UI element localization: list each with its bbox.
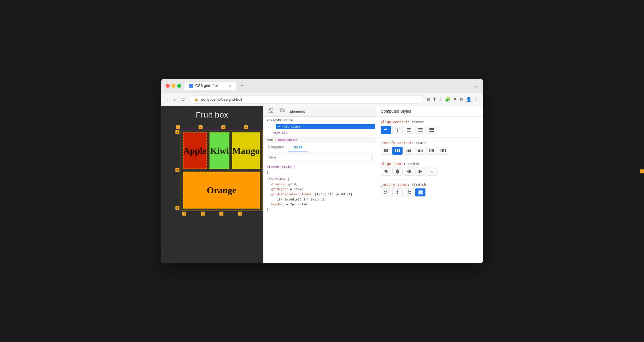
align-items-btn-1[interactable] [392, 168, 403, 176]
display-prop: display: grid; [267, 182, 373, 187]
svg-rect-60 [409, 193, 411, 194]
justify-content-btn-2[interactable] [404, 147, 414, 155]
tab-styles[interactable]: Styles [288, 143, 307, 152]
svg-rect-20 [385, 149, 387, 152]
fruit-box-title: Fruit box [170, 110, 255, 120]
reload-button[interactable]: ↻ [180, 96, 186, 103]
breadcrumb-body[interactable]: body.dark-mo… [278, 138, 300, 142]
justify-items-btn-0[interactable] [381, 188, 391, 196]
element-p-line[interactable]: <p><p>Fruit bo [263, 118, 376, 123]
col-num-1: 1 [176, 125, 180, 129]
forward-button[interactable]: › [173, 96, 177, 103]
maximize-button[interactable] [177, 84, 181, 88]
justify-items-label: justify-items: stretch [381, 183, 479, 187]
devtools-panel: Elements <p><p>Fruit bo ··· ▼ <div class… [263, 106, 376, 263]
svg-rect-5 [384, 129, 387, 130]
webpage-content: Fruit box 1 2 3 4 1 2 3 [161, 106, 263, 220]
justify-items-value: stretch [412, 183, 426, 187]
justify-content-btn-5[interactable] [438, 147, 448, 155]
orange-label: Orange [207, 185, 236, 196]
window-chevron: ⌄ [474, 83, 479, 89]
extension-icon[interactable]: 🧩 [445, 97, 451, 102]
back-button[interactable]: ‹ [166, 96, 169, 103]
mango-cell: Mango [232, 132, 260, 169]
svg-rect-40 [445, 149, 446, 152]
address-input[interactable]: 🔒 jec.fyi/demo/css-grid-fruit [189, 95, 423, 104]
align-content-btn-0[interactable] [381, 126, 391, 134]
svg-rect-22 [395, 149, 396, 152]
traffic-lights [166, 84, 181, 88]
svg-rect-26 [408, 150, 409, 152]
left-row-numbers: 1 2 3 [175, 130, 179, 210]
svg-rect-31 [421, 150, 421, 152]
desktop-icon[interactable]: 🖥 [459, 97, 464, 102]
style-rule-element: element.style { } [263, 164, 376, 176]
row-num-3: 3 [175, 206, 179, 210]
justify-content-btn-0[interactable] [381, 147, 391, 155]
align-content-btn-4[interactable] [427, 126, 437, 134]
justify-items-btn-2[interactable] [404, 188, 414, 196]
svg-rect-43 [386, 170, 387, 173]
apple-label: Apple [183, 146, 207, 156]
svg-rect-11 [407, 130, 410, 130]
fruit-box-close: } [267, 208, 269, 211]
col-num-2: 2 [199, 125, 203, 129]
address-right-icons: ⊕ ⬆ ☆ 🧩 ⚑ 🖥 👤 ⋮ [427, 97, 479, 102]
align-content-btn-3[interactable] [415, 126, 425, 134]
svg-rect-19 [384, 149, 385, 152]
computed-styles-panel: Computed Styles align-content: center [376, 106, 483, 263]
bookmark-icon[interactable]: ☆ [439, 97, 443, 102]
svg-rect-52 [421, 171, 422, 172]
svg-rect-24 [399, 149, 400, 152]
border-prop: border: ▶ 2px solid; [267, 202, 373, 207]
tab-bar: CSS grid- fruit × + [185, 81, 471, 90]
grid-gap-prop: grid-gap: ▶ 10px; [267, 187, 373, 192]
align-items-buttons: A [381, 168, 479, 176]
devtools-toolbar: Elements [263, 106, 376, 117]
tab-close-button[interactable]: × [229, 83, 231, 88]
new-tab-button[interactable]: + [238, 81, 246, 90]
tab-title: CSS grid- fruit [195, 83, 219, 88]
align-content-prop: align-content [381, 120, 408, 124]
menu-icon[interactable]: ⋮ [474, 97, 479, 102]
col-bot-3: -2 [219, 212, 223, 216]
svg-rect-38 [442, 149, 443, 152]
filter-bar [263, 152, 376, 162]
svg-rect-33 [429, 149, 430, 152]
breadcrumb-bar: html › body.dark-mo… [263, 137, 376, 143]
active-tab[interactable]: CSS grid- fruit × [185, 82, 236, 90]
lock-icon: 🔒 [194, 98, 199, 102]
align-content-btn-2[interactable] [404, 126, 414, 134]
element-div-selected[interactable]: ▼ <div class= [276, 124, 375, 129]
breadcrumb-html[interactable]: html [267, 138, 273, 142]
align-items-btn-3[interactable] [415, 168, 425, 176]
justify-content-btn-1[interactable] [392, 147, 403, 155]
align-items-btn-0[interactable] [381, 168, 391, 176]
align-items-btn-4[interactable]: A [427, 168, 437, 176]
inspector-button[interactable] [267, 108, 275, 115]
align-content-btn-1[interactable] [392, 126, 403, 134]
more-button[interactable]: ··· [265, 124, 275, 130]
element-p-content: <p>Fruit bo [272, 119, 293, 122]
justify-content-btn-4[interactable] [427, 147, 437, 155]
element-div2-line[interactable]: <div cla [263, 130, 376, 136]
svg-rect-45 [396, 170, 397, 173]
align-items-colon: : [403, 162, 407, 166]
tab-computed[interactable]: Computed [263, 143, 288, 152]
filter-input[interactable] [267, 154, 373, 160]
align-items-btn-2[interactable] [404, 168, 414, 176]
minimize-button[interactable] [171, 84, 175, 88]
zoom-icon[interactable]: ⊕ [427, 97, 430, 102]
svg-rect-59 [409, 191, 411, 192]
justify-content-btn-3[interactable] [415, 147, 425, 155]
share-icon[interactable]: ⬆ [433, 97, 436, 102]
profile-icon[interactable]: 👤 [466, 97, 472, 102]
svg-rect-15 [418, 131, 423, 132]
justify-items-btn-3[interactable] [415, 188, 425, 196]
flag-icon[interactable]: ⚑ [453, 97, 457, 102]
close-button[interactable] [166, 84, 170, 88]
device-button[interactable] [278, 108, 286, 115]
justify-items-btn-1[interactable] [392, 188, 403, 196]
justify-content-prop: justify-content [381, 141, 412, 145]
address-bar: ‹ › ↻ 🔒 jec.fyi/demo/css-grid-fruit ⊕ ⬆ … [161, 93, 483, 106]
